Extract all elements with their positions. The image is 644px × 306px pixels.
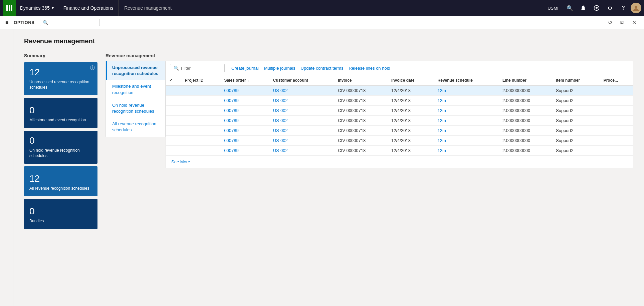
cell-line_number: 2.0000000000 [499,116,553,126]
col-header-line_number[interactable]: Line number [499,75,553,86]
user-label: USMF [545,6,563,11]
cell-item_number: Support2 [553,136,600,146]
summary-card[interactable]: 0 Milestone and event recognition [24,98,97,128]
svg-rect-7 [9,9,10,11]
filter-input[interactable] [181,66,221,71]
dropdown-icon[interactable]: ▾ [52,6,54,10]
close-icon[interactable]: ✕ [629,18,639,27]
nav-item[interactable]: All revenue recognition schedules [106,118,165,136]
cell-customer_account[interactable]: US-002 [270,86,335,96]
col-header-customer_account[interactable]: Customer account [270,75,335,86]
col-header-sales_order[interactable]: Sales order↑ [221,75,269,86]
table-row[interactable]: 000789US-002CIV-0000071812/4/201812m2.00… [166,126,633,136]
svg-rect-3 [6,7,8,9]
card-label: Unprocessed revenue recognition schedule… [29,80,92,90]
cell-revenue_schedule[interactable]: 12m [434,86,499,96]
content-area: Revenue management Summary ⓘ 12 Unproces… [13,29,644,306]
cell-sales_order[interactable]: 000789 [221,146,269,156]
table-row[interactable]: 000789US-002CIV-0000071812/4/201812m2.00… [166,96,633,106]
row-check [166,136,182,146]
cell-revenue_schedule[interactable]: 12m [434,106,499,116]
nav-item[interactable]: Milestone and event recognition [106,80,165,99]
cell-sales_order[interactable]: 000789 [221,86,269,96]
cell-sales_order[interactable]: 000789 [221,96,269,106]
feedback-icon[interactable] [591,2,603,14]
secondary-search: 🔍 [40,19,100,26]
cell-invoice: CIV-00000718 [335,136,388,146]
table-row[interactable]: 000789US-002CIV-0000071812/4/201812m2.00… [166,106,633,116]
summary-card[interactable]: 0 Bundles [24,199,97,229]
toolbar-btn[interactable]: Update contract terms [299,64,345,72]
card-number: 12 [29,174,92,183]
cell-revenue_schedule[interactable]: 12m [434,136,499,146]
help-icon[interactable]: ? [617,2,629,14]
svg-rect-1 [9,5,10,7]
cell-line_number: 2.0000000000 [499,96,553,106]
nav-item[interactable]: Unprocessed revenue recognition schedule… [106,61,165,80]
cell-process [600,126,633,136]
card-label: All revenue recognition schedules [29,186,92,191]
summary-card[interactable]: ⓘ 12 Unprocessed revenue recognition sch… [24,62,97,95]
col-header-invoice[interactable]: Invoice [335,75,388,86]
nav-item[interactable]: On hold revenue recognition schedules [106,99,165,118]
cell-sales_order[interactable]: 000789 [221,136,269,146]
col-header-check: ✓ [166,75,182,86]
card-label: Bundles [29,219,92,224]
cell-customer_account[interactable]: US-002 [270,146,335,156]
cell-customer_account[interactable]: US-002 [270,96,335,106]
toolbar-btn[interactable]: Release lines on hold [347,64,391,72]
cell-revenue_schedule[interactable]: 12m [434,116,499,126]
col-header-invoice_date[interactable]: Invoice date [388,75,434,86]
cell-sales_order[interactable]: 000789 [221,106,269,116]
table-row[interactable]: 000789US-002CIV-0000071812/4/201812m2.00… [166,86,633,96]
summary-title: Summary [24,53,97,58]
table-row[interactable]: 000789US-002CIV-0000071812/4/201812m2.00… [166,136,633,146]
toolbar-btn[interactable]: Multiple journals [263,64,297,72]
notification-icon[interactable] [577,2,589,14]
page-title-nav: Revenue management [119,5,545,11]
cell-revenue_schedule[interactable]: 12m [434,126,499,136]
card-number: 0 [29,207,92,216]
col-header-project_id[interactable]: Project ID [182,75,221,86]
table-row[interactable]: 000789US-002CIV-0000071812/4/201812m2.00… [166,146,633,156]
cell-item_number: Support2 [553,86,600,96]
table-row[interactable]: 000789US-002CIV-0000071812/4/201812m2.00… [166,116,633,126]
avatar[interactable] [631,3,641,13]
restore-icon[interactable]: ⧉ [617,18,627,27]
cell-customer_account[interactable]: US-002 [270,136,335,146]
col-header-revenue_schedule[interactable]: Revenue schedule [434,75,499,86]
cell-process [600,146,633,156]
toolbar-btn[interactable]: Create journal [230,64,260,72]
cell-sales_order[interactable]: 000789 [221,116,269,126]
cell-item_number: Support2 [553,106,600,116]
cell-revenue_schedule[interactable]: 12m [434,96,499,106]
col-header-process[interactable]: Proce... [600,75,633,86]
options-label: OPTIONS [14,20,34,25]
dynamics-brand[interactable]: Dynamics 365 ▾ [16,0,58,16]
summary-card[interactable]: 12 All revenue recognition schedules [24,166,97,196]
sort-icon: ↑ [247,79,249,82]
cell-revenue_schedule[interactable]: 12m [434,146,499,156]
cell-customer_account[interactable]: US-002 [270,116,335,126]
cell-line_number: 2.0000000000 [499,146,553,156]
app-grid-button[interactable] [3,0,16,16]
cell-customer_account[interactable]: US-002 [270,126,335,136]
card-number: 0 [29,106,92,115]
secondary-bar-right: ↺ ⧉ ✕ [605,18,639,27]
cell-sales_order[interactable]: 000789 [221,126,269,136]
col-header-item_number[interactable]: Item number [553,75,600,86]
see-more-link[interactable]: See More [166,156,633,168]
cell-item_number: Support2 [553,126,600,136]
cell-invoice: CIV-00000718 [335,106,388,116]
settings-icon[interactable]: ⚙ [604,2,616,14]
summary-card[interactable]: 0 On hold revenue recognition schedules [24,131,97,164]
cell-invoice_date: 12/4/2018 [388,106,434,116]
secondary-search-input[interactable] [50,20,97,25]
refresh-icon[interactable]: ↺ [605,18,615,27]
hamburger-button[interactable]: ≡ [5,20,8,26]
cell-customer_account[interactable]: US-002 [270,106,335,116]
search-icon[interactable]: 🔍 [564,2,576,14]
cell-project_id [182,106,221,116]
cell-invoice_date: 12/4/2018 [388,96,434,106]
cell-process [600,96,633,106]
